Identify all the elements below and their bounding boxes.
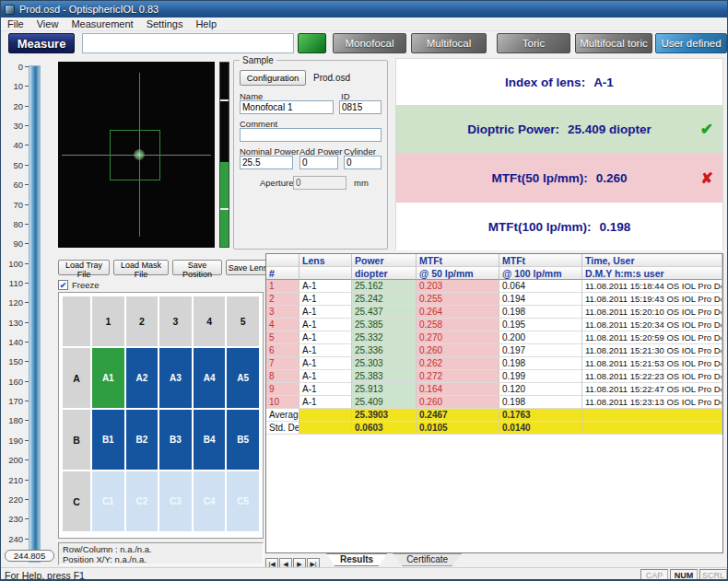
position-xy-text: Position X/Y: n.a./n.a. (63, 554, 259, 564)
table-row[interactable]: 6A-125.3360.2600.19711.08.2011 15:21:30 … (266, 344, 722, 357)
results-summary-panel: Index of lens: A-1 Dioptric Power: 25.40… (395, 58, 723, 250)
position-slider[interactable] (29, 65, 41, 563)
save-lens-button[interactable]: Save Lens (226, 260, 270, 275)
tray-cell-A1[interactable]: A1 (92, 348, 124, 408)
lens-type-monofocal[interactable]: Monofocal (333, 33, 406, 53)
index-of-lens-row: Index of lens: A-1 (396, 59, 722, 105)
cell-mtf50: 0.203 (417, 280, 499, 293)
lens-type-multifocal-toric[interactable]: Multifocal toric (575, 33, 652, 53)
menu-item-file[interactable]: File (1, 17, 30, 31)
measure-input[interactable] (82, 33, 294, 53)
nominal-power-field[interactable] (240, 156, 293, 169)
cell-power: 25.913 (352, 383, 417, 396)
ruler-label-210: 210 (8, 474, 23, 484)
ruler-label-160: 160 (8, 376, 23, 386)
tray-cell-C3[interactable]: C3 (159, 471, 192, 531)
add-power-field[interactable] (299, 156, 338, 169)
lens-type-user-defined[interactable]: User defined (655, 33, 727, 53)
tab-certificate[interactable]: Certificate (393, 553, 462, 566)
ruler-label-50: 50 (13, 159, 23, 169)
cell-num: 2 (266, 293, 299, 306)
menu-item-help[interactable]: Help (189, 17, 223, 31)
ruler-tick (25, 322, 29, 323)
cell-num: 1 (266, 280, 299, 293)
tray-cell-A5[interactable]: A5 (227, 348, 259, 408)
name-field[interactable] (240, 100, 334, 114)
lens-type-multifocal[interactable]: Multifocal (411, 33, 487, 53)
freeze-label: Freeze (72, 280, 100, 290)
average-row-power: 25.3903 (352, 409, 417, 422)
table-row[interactable]: 10A-125.4090.2600.19811.08.2011 15:23:13… (266, 396, 722, 409)
cell-time: 11.08.2011 15:19:43 OS IOL Pro Demo (582, 293, 722, 306)
stddev-row-mtf50: 0.0105 (417, 422, 499, 435)
ruler-tick (25, 66, 29, 67)
configuration-button[interactable]: Configuration (240, 70, 306, 86)
tray-cell-A3[interactable]: A3 (159, 348, 192, 408)
table-row[interactable]: 7A-125.3030.2620.19811.08.2011 15:21:53 … (266, 357, 722, 370)
ruler-label-230: 230 (8, 514, 23, 524)
cell-time: 11.08.2011 15:20:10 OS IOL Pro Demo (582, 306, 722, 319)
cell-mtf50: 0.258 (417, 319, 499, 331)
cell-lens: A-1 (299, 331, 352, 344)
cell-lens: A-1 (299, 280, 352, 293)
table-header2-col2: diopter (352, 267, 417, 280)
freeze-checkbox-row[interactable]: ✔ Freeze (58, 279, 100, 290)
table-row[interactable]: 9A-125.9130.1640.12011.08.2011 15:22:47 … (266, 383, 722, 396)
id-field[interactable] (339, 100, 382, 114)
lens-type-toric[interactable]: Toric (497, 33, 570, 53)
status-indicator-green-button[interactable] (298, 33, 326, 53)
tray-cell-C4[interactable]: C4 (194, 471, 226, 531)
average-row-time (582, 409, 722, 422)
load-mask-file-button[interactable]: Load Mask File (113, 260, 169, 275)
tray-cell-A2[interactable]: A2 (126, 348, 159, 408)
tray-cell-B4[interactable]: B4 (194, 410, 226, 470)
ruler-label-80: 80 (13, 218, 23, 228)
average-row-label: Average (266, 409, 299, 422)
table-row[interactable]: 8A-125.3830.2720.19911.08.2011 15:22:23 … (266, 370, 722, 383)
save-position-button[interactable]: Save Position (172, 260, 222, 275)
table-header1-col5: Time, User (582, 254, 722, 267)
ruler-tick (25, 499, 29, 500)
cell-time: 11.08.2011 15:21:30 OS IOL Pro Demo (582, 344, 722, 357)
ruler-tick (25, 381, 29, 382)
comment-field[interactable] (240, 128, 382, 142)
tray-cell-B2[interactable]: B2 (126, 410, 159, 470)
measure-button[interactable]: Measure (8, 33, 75, 53)
table-row[interactable]: 5A-125.3320.2700.20011.08.2011 15:20:59 … (266, 331, 722, 344)
tray-cell-B5[interactable]: B5 (227, 410, 259, 470)
table-row[interactable]: 3A-125.4370.2640.19811.08.2011 15:20:10 … (266, 306, 722, 319)
cell-num: 5 (266, 331, 299, 344)
title-bar[interactable]: Prod.osd - OptisphericIOL 0.83 (1, 1, 728, 17)
ruler-label-100: 100 (8, 258, 23, 268)
tray-cell-B1[interactable]: B1 (92, 410, 124, 470)
tray-cell-C2[interactable]: C2 (126, 471, 159, 531)
menu-item-settings[interactable]: Settings (140, 17, 190, 31)
ruler-label-140: 140 (8, 337, 23, 347)
menu-item-measurement[interactable]: Measurement (65, 17, 139, 31)
tab-results[interactable]: Results (326, 553, 387, 566)
menu-item-view[interactable]: View (30, 17, 65, 31)
cylinder-field[interactable] (344, 156, 382, 169)
position-info-box: Row/Column : n.a./n.a. Position X/Y: n.a… (58, 542, 264, 565)
ruler-label-220: 220 (8, 494, 23, 504)
table-row[interactable]: 2A-125.2420.2550.19411.08.2011 15:19:43 … (266, 293, 722, 306)
table-row[interactable]: 1A-125.1620.2030.06411.08.2011 15:18:44 … (266, 280, 722, 293)
tray-cell-C5[interactable]: C5 (227, 471, 259, 531)
tray-cell-B3[interactable]: B3 (159, 410, 192, 470)
ruler-tick (25, 361, 29, 362)
load-tray-file-button[interactable]: Load Tray File (58, 260, 110, 275)
tray-cell-A4[interactable]: A4 (194, 348, 226, 408)
tray-cell-C1[interactable]: C1 (92, 471, 124, 531)
table-row[interactable]: 4A-125.3850.2580.19511.08.2011 15:20:34 … (266, 319, 722, 331)
ruler-tick (25, 86, 29, 87)
cell-time: 11.08.2011 15:20:59 OS IOL Pro Demo (582, 331, 722, 344)
cell-power: 25.385 (352, 319, 417, 331)
ruler-tick (25, 145, 29, 145)
freeze-checkbox[interactable]: ✔ (58, 280, 68, 290)
cell-mtf100: 0.064 (499, 280, 582, 293)
ruler-tick (25, 125, 29, 126)
cell-power: 25.437 (352, 306, 417, 319)
ruler-label-60: 60 (13, 180, 23, 190)
cell-num: 9 (266, 383, 299, 396)
ruler-label-110: 110 (9, 277, 23, 287)
